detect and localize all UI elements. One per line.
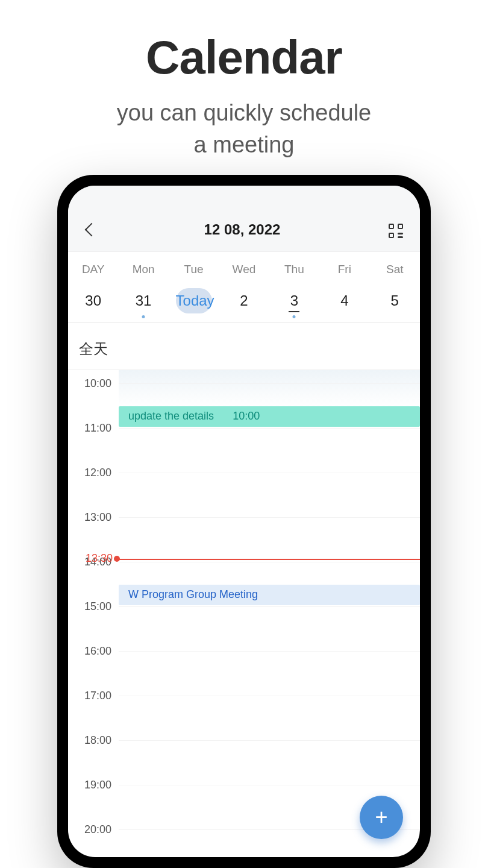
- day-col-label: DAY 30: [68, 263, 118, 313]
- current-time-label: 13:30: [68, 552, 113, 565]
- timeline[interactable]: 09:00 10:00 11:00 12:00 13:00 14:00 15:0…: [68, 370, 420, 840]
- day-num[interactable]: 30: [75, 288, 111, 313]
- day-num[interactable]: 31: [125, 288, 161, 313]
- header-date[interactable]: 12 08, 2022: [204, 221, 281, 238]
- grid-line: [119, 562, 420, 562]
- day-col-tue[interactable]: Tue Today: [169, 263, 219, 313]
- day-num[interactable]: 3: [276, 288, 312, 313]
- hour-label: 18:00: [84, 734, 111, 747]
- allday-row[interactable]: 全天: [68, 322, 420, 370]
- hour-label: 10:00: [84, 377, 111, 390]
- grid-line: [119, 473, 420, 473]
- day-col-fri[interactable]: Fri 4: [319, 263, 369, 313]
- grid-line: [119, 428, 420, 429]
- add-event-button[interactable]: +: [360, 796, 403, 839]
- underline-icon: [289, 311, 299, 312]
- hour-label: 17:00: [84, 690, 111, 702]
- grid-line: [119, 785, 420, 785]
- hour-label: 11:00: [84, 422, 111, 435]
- hour-label: 15:00: [84, 600, 111, 613]
- app-header: 12 08, 2022: [68, 186, 420, 252]
- hours-column: 09:00 10:00 11:00 12:00 13:00 14:00 15:0…: [68, 370, 119, 840]
- grid-line: [119, 383, 420, 384]
- hour-label: 13:00: [84, 511, 111, 524]
- hour-label: 12:00: [84, 467, 111, 479]
- grid-line: [119, 517, 420, 518]
- day-num[interactable]: 4: [327, 288, 363, 313]
- hour-label: 19:00: [84, 779, 111, 791]
- back-icon[interactable]: [85, 221, 96, 238]
- day-num-today[interactable]: Today: [176, 288, 212, 313]
- phone-frame: 12 08, 2022 DAY 30 Mon 31 Tue Today Wed …: [57, 175, 431, 868]
- promo-header: Calendar you can quickly schedule a meet…: [0, 0, 488, 161]
- grid-line: [119, 606, 420, 607]
- hour-label: 20:00: [84, 823, 111, 836]
- view-grid-icon[interactable]: [389, 224, 403, 238]
- promo-title: Calendar: [0, 30, 488, 85]
- day-col-mon[interactable]: Mon 31: [118, 263, 168, 313]
- phone-screen: 12 08, 2022 DAY 30 Mon 31 Tue Today Wed …: [68, 186, 420, 857]
- day-col-sat[interactable]: Sat 5: [370, 263, 420, 313]
- event-update-details[interactable]: update the details 10:00: [119, 406, 420, 427]
- current-time-indicator: 13:30: [68, 559, 420, 559]
- day-col-wed[interactable]: Wed 2: [219, 263, 269, 313]
- faded-top: [119, 370, 420, 406]
- grid-line: [119, 696, 420, 696]
- current-time-line: [116, 559, 420, 560]
- day-num[interactable]: 5: [377, 288, 413, 313]
- grid-line: [119, 740, 420, 741]
- day-num[interactable]: 2: [226, 288, 262, 313]
- event-program-meeting[interactable]: W Program Group Meeting: [119, 585, 420, 605]
- event-dot-icon: [142, 315, 145, 318]
- event-dot-icon: [293, 315, 296, 318]
- hour-label: 16:00: [84, 645, 111, 658]
- day-col-thu[interactable]: Thu 3: [269, 263, 319, 313]
- promo-subtitle: you can quickly schedule a meeting: [0, 97, 488, 161]
- plus-icon: +: [375, 807, 387, 828]
- grid-line: [119, 651, 420, 652]
- week-strip: DAY 30 Mon 31 Tue Today Wed 2 Thu 3 Fri …: [68, 252, 420, 322]
